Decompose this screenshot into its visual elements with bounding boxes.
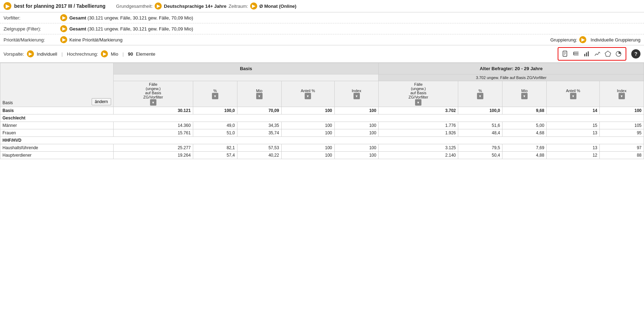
zielgruppe-value: Gesamt (30.121 ungew. Fälle, 30.121 gew.… [69,26,193,32]
data-cell: 4,88 [502,152,547,159]
pentagon-icon[interactable] [603,49,613,59]
zeitraum-value: Ø Monat (Online) [259,4,297,9]
data-cell: 48,4 [458,129,502,137]
line-chart-icon[interactable] [592,49,602,59]
vorfilter-icon[interactable]: ▶ [60,14,67,21]
data-cell: 100 [334,144,379,152]
sort-mio-basis[interactable]: ▾ [256,93,263,99]
basis-sub-info [114,74,379,81]
sort-faelle-alter[interactable]: ▾ [415,99,421,106]
document-icon[interactable] [560,49,570,59]
table-row: Haushaltsführende25.27782,157,531001003.… [0,144,644,152]
data-cell: 100 [334,129,379,137]
col-group-basis: Basis [114,63,379,74]
data-cell: 3.702 [379,107,458,114]
top-left-header: Basis ändern [0,63,114,107]
data-cell: 40,22 [237,152,281,159]
gruppierung-label: Gruppierung: [550,37,577,43]
sort-index-basis[interactable]: ▾ [353,93,360,99]
table-row: Geschlecht [0,114,644,122]
zielgruppe-row: Zielgruppe (Filter): ▶ Gesamt (30.121 un… [0,23,644,34]
sort-anteil-basis[interactable]: ▾ [305,93,311,99]
table-row: Männer14.36049,034,351001001.77651,65,00… [0,122,644,129]
row-label-cell: Basis [0,107,114,114]
col-pct-alter: % ▾ [458,81,502,107]
page-title: best for planning 2017 III / Tabellierun… [14,3,105,9]
data-cell: 97 [600,144,644,152]
data-cell: 15.761 [114,129,193,137]
section-header-cell: HHF/HVD [0,137,644,144]
data-cell: 34,35 [237,122,281,129]
zeitraum-label: Zeitraum: [229,4,248,9]
hochrechnung-label: Hochrechnung: [67,51,98,57]
data-table-container: Basis ändern Basis Alter Befragter: 20 -… [0,63,644,159]
help-button[interactable]: ? [631,49,640,58]
data-cell: 100,0 [193,107,237,114]
data-cell: 100 [600,107,644,114]
header-nav-icon[interactable]: ▶ [4,2,11,10]
header-meta: Grundgesamtheit: ▶ Deutschsprachige 14+ … [116,2,640,10]
pie-chart-icon[interactable] [614,49,623,59]
sort-index-alter[interactable]: ▾ [619,93,625,99]
vorfilter-label: Vorfilter: [4,15,60,21]
data-cell: 30.121 [114,107,193,114]
data-cell: 35,74 [237,129,281,137]
data-cell: 19.264 [114,152,193,159]
table-body: Basis30.121100,070,091001003.702100,09,6… [0,107,644,159]
col-faelle-basis: Fälle(ungew.)auf BasisZG/Vorfilter ▾ [114,81,193,107]
info-rows-container: Vorfilter: ▶ Gesamt (30.121 ungew. Fälle… [0,12,644,45]
elemente-label: Elemente [136,51,155,57]
col-group-alter: Alter Befragter: 20 - 29 Jahre [379,63,644,74]
zielgruppe-icon[interactable]: ▶ [60,25,67,32]
hochrechnung-icon[interactable]: ▶ [101,50,108,57]
vorfilter-value: Gesamt (30.121 ungew. Fälle, 30.121 gew.… [69,15,193,21]
sort-mio-alter[interactable]: ▾ [521,93,528,99]
col-index-alter: Index ▾ [600,81,644,107]
data-cell: 2.140 [379,152,458,159]
pipe-2: | [122,51,123,57]
section-header-cell: Geschlecht [0,114,644,122]
data-cell: 100 [281,144,334,152]
prioritaet-icon[interactable]: ▶ [60,36,67,43]
col-group-alter-title: Alter Befragter: 20 - 29 Jahre [381,66,642,71]
sort-pct-alter[interactable]: ▾ [477,93,483,99]
aendern-button-1[interactable]: ändern [92,98,111,105]
grundgesamtheit-icon[interactable]: ▶ [155,2,162,10]
gruppierung-value: Individuelle Gruppierung [591,37,640,43]
data-cell: 79,5 [458,144,502,152]
data-cell: 57,53 [237,144,281,152]
data-cell: 100 [281,152,334,159]
data-cell: 95 [600,129,644,137]
elemente-count: 90 [128,51,133,57]
grundgesamtheit-label: Grundgesamtheit: [116,4,153,9]
col-pct-basis: % ▾ [193,81,237,107]
data-cell: 82,1 [193,144,237,152]
col-index-basis: Index ▾ [334,81,379,107]
col-anteil-basis: Anteil % ▾ [281,81,334,107]
group-header-row: Basis ändern Basis Alter Befragter: 20 -… [0,63,644,74]
data-cell: 1.776 [379,122,458,129]
data-cell: 12 [547,152,600,159]
filter-list-icon[interactable] [571,49,581,59]
bar-chart-icon[interactable] [582,49,592,59]
data-cell: 13 [547,129,600,137]
data-cell: 25.277 [114,144,193,152]
sort-pct-basis[interactable]: ▾ [212,93,218,99]
data-cell: 100 [281,129,334,137]
data-cell: 100 [281,107,334,114]
vorspalte-value: Individuell [37,51,57,57]
sort-faelle-basis[interactable]: ▾ [150,99,156,106]
data-cell: 5,00 [502,122,547,129]
zeitraum-icon[interactable]: ▶ [250,2,257,10]
data-cell: 15 [547,122,600,129]
vorspalte-icon[interactable]: ▶ [27,50,34,57]
sort-anteil-alter[interactable]: ▾ [570,93,576,99]
data-cell: 88 [600,152,644,159]
col-mio-alter: Mio ▾ [502,81,547,107]
data-cell: 4,68 [502,129,547,137]
basis-label: Basis [2,100,13,105]
vorfilter-row: Vorfilter: ▶ Gesamt (30.121 ungew. Fälle… [0,12,644,23]
toolbar-icon-group [558,47,626,61]
row-label-cell: Hauptverdiener [0,152,114,159]
gruppierung-icon[interactable]: ▶ [579,36,586,43]
